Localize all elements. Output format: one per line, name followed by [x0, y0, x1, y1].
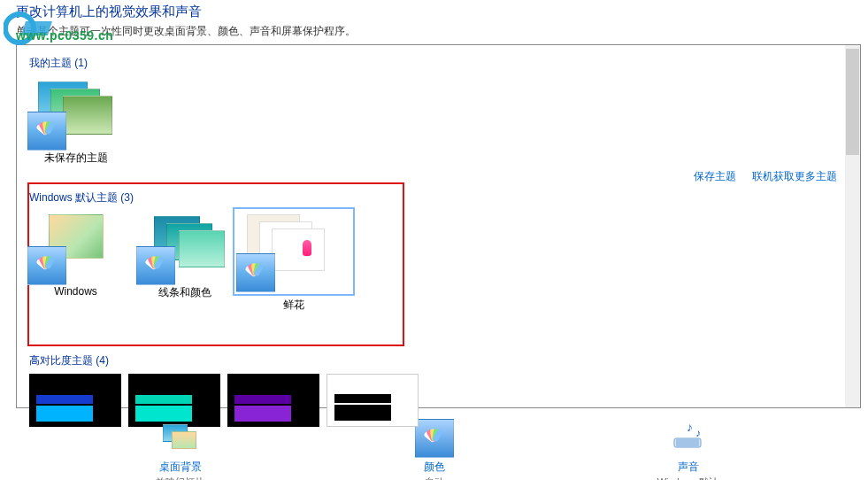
theme-windows-thumb [33, 211, 119, 280]
color-swatch-icon [27, 112, 66, 151]
desktop-background-sub: 放映幻灯片 [156, 476, 204, 480]
theme-flowers-thumb [236, 211, 351, 292]
color-swatch-icon [27, 246, 66, 285]
theme-flowers-label: 鲜花 [283, 298, 304, 313]
color-swatch-icon [136, 246, 175, 285]
scrollbar-thumb[interactable] [846, 49, 859, 155]
high-contrast-label: 高对比度主题 (4) [29, 353, 419, 368]
get-more-themes-link[interactable]: 联机获取更多主题 [752, 169, 837, 184]
color-link: 颜色 [424, 460, 445, 475]
theme-unsaved-thumb [33, 76, 119, 145]
themes-panel: 我的主题 (1) 未保存的主题 保存主题 联机获取更多主题 Windows 默认… [16, 44, 861, 408]
theme-lines-colors[interactable]: 线条和颜色 [138, 211, 231, 313]
sound-sub: Windows 默认 [657, 476, 719, 480]
theme-unsaved-label: 未保存的主题 [44, 151, 108, 166]
scrollbar[interactable] [845, 45, 860, 407]
sound-icon: ♪ ♪ [669, 419, 708, 458]
sound-item[interactable]: ♪ ♪ 声音 Windows 默认 [626, 419, 750, 480]
default-themes-label: Windows 默认主题 (3) [29, 190, 340, 205]
theme-windows-label: Windows [54, 285, 97, 298]
desktop-background-item[interactable]: 桌面背景 放映幻灯片 [119, 419, 242, 480]
color-icon [415, 419, 454, 458]
hc-theme-3[interactable] [227, 374, 319, 407]
hc-theme-white[interactable] [326, 374, 419, 407]
color-sub: 自动 [425, 476, 444, 480]
theme-windows[interactable]: Windows [29, 211, 122, 313]
sound-link: 声音 [678, 460, 699, 475]
page-subtitle: 单击某个主题可一次性同时更改桌面背景、颜色、声音和屏幕保护程序。 [0, 22, 868, 44]
svg-text:♪: ♪ [687, 420, 693, 434]
my-themes-label: 我的主题 (1) [29, 56, 842, 71]
save-theme-link[interactable]: 保存主题 [694, 169, 736, 184]
theme-flowers[interactable]: 鲜花 [247, 211, 340, 313]
desktop-background-icon [161, 419, 200, 458]
hc-theme-2[interactable] [128, 374, 220, 407]
color-swatch-icon [236, 253, 275, 292]
color-item[interactable]: 颜色 自动 [373, 419, 496, 480]
desktop-background-link: 桌面背景 [159, 460, 202, 475]
theme-unsaved[interactable]: 未保存的主题 [29, 76, 122, 166]
svg-text:♪: ♪ [695, 427, 701, 439]
hc-theme-1[interactable] [29, 374, 121, 407]
theme-lines-colors-label: 线条和颜色 [158, 285, 211, 300]
page-title: 更改计算机上的视觉效果和声音 [0, 0, 868, 22]
theme-lines-colors-thumb [142, 211, 228, 280]
